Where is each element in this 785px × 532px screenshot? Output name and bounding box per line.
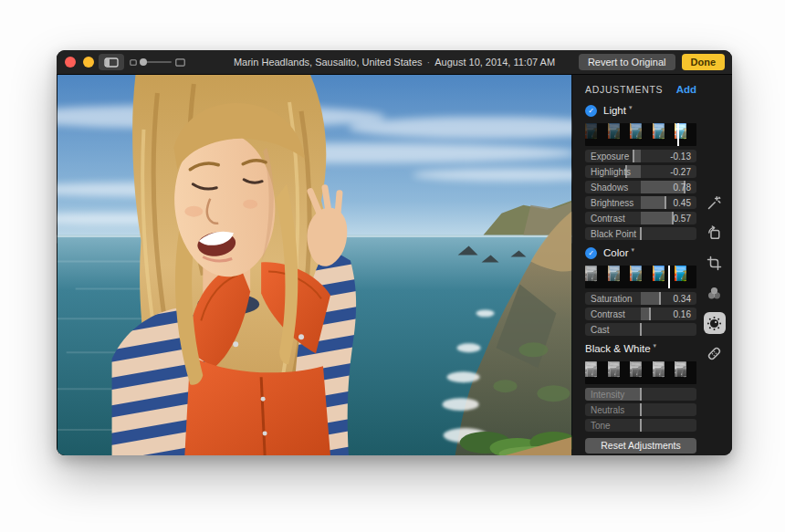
disclosure-caret-icon[interactable]: ▾	[654, 342, 657, 349]
adjust-dial-tool-button[interactable]	[704, 312, 726, 334]
slider-fill	[633, 150, 641, 162]
light-enabled-checkbox[interactable]: ✓	[585, 105, 597, 117]
color-section-header: ✓Color▾	[585, 246, 696, 259]
light-section-header: ✓Light▾	[585, 104, 696, 117]
title-datetime: August 10, 2014, 11:07 AM	[434, 57, 555, 68]
slider-thumb[interactable]	[640, 403, 642, 416]
bw-preview-thumb-1[interactable]	[585, 361, 607, 384]
magic-wand-icon	[706, 195, 722, 211]
slider-fill	[641, 292, 660, 305]
adjust-dial-icon	[706, 316, 722, 331]
color-saturation-slider[interactable]: Saturation0.34	[585, 292, 696, 305]
slider-label: Highlights	[591, 167, 631, 177]
slider-label: Black Point	[591, 229, 636, 239]
slider-thumb[interactable]	[640, 419, 642, 432]
light-preview-strip[interactable]	[585, 123, 696, 146]
slider-thumb[interactable]	[633, 150, 634, 162]
filters-icon	[706, 286, 722, 301]
slider-value: 0.57	[674, 214, 691, 224]
close-window-button[interactable]	[65, 57, 76, 68]
color-cast-slider[interactable]: Cast	[585, 323, 696, 336]
photo-canvas	[57, 75, 572, 455]
bw-preview-thumb-3[interactable]	[630, 361, 652, 384]
crop-tool-button[interactable]	[704, 252, 726, 274]
slider-thumb[interactable]	[640, 323, 642, 336]
light-exposure-slider[interactable]: Exposure-0.13	[585, 150, 696, 162]
slider-value: 0.78	[674, 183, 691, 193]
slider-thumb[interactable]	[640, 227, 642, 240]
minimize-window-button[interactable]	[83, 57, 94, 68]
light-section-title: Light	[603, 105, 626, 116]
done-button[interactable]: Done	[682, 54, 726, 70]
adjustments-header-row: ADJUSTMENTS Add	[585, 84, 696, 95]
zoom-slider-thumb[interactable]	[140, 58, 147, 66]
thumbnail-zoom-control	[130, 55, 185, 69]
add-adjustment-link[interactable]: Add	[676, 84, 696, 95]
titlebar: Marin Headlands, Sausalito, United State…	[57, 50, 732, 75]
reset-adjustments-button[interactable]: Reset Adjustments	[585, 438, 696, 454]
title-separator: ·	[427, 57, 431, 68]
color-preview-thumb-3[interactable]	[630, 266, 652, 288]
slider-thumb[interactable]	[665, 196, 666, 209]
color-section-title: Color	[603, 247, 628, 258]
color-preview-thumb-4[interactable]	[653, 266, 675, 288]
bw-preview-thumb-5[interactable]	[675, 361, 696, 384]
light-black-point-slider[interactable]: Black Point	[585, 227, 696, 240]
adjustments-title: ADJUSTMENTS	[585, 84, 663, 95]
disclosure-caret-icon[interactable]: ▾	[629, 104, 633, 111]
slider-fill	[641, 196, 665, 209]
slider-thumb[interactable]	[659, 292, 661, 305]
retouch-bandaid-tool-button[interactable]	[704, 342, 726, 364]
title-location: Marin Headlands, Sausalito, United State…	[234, 57, 423, 68]
color-preview-thumb-1[interactable]	[585, 266, 607, 288]
bw-preview-thumb-4[interactable]	[653, 361, 675, 384]
light-preview-thumb-2[interactable]	[608, 123, 630, 146]
slider-label: Brightness	[591, 198, 633, 208]
revert-to-original-button[interactable]: Revert to Original	[579, 54, 675, 70]
bw-intensity-slider[interactable]: Intensity	[585, 388, 696, 401]
slider-label: Cast	[591, 325, 610, 335]
color-enabled-checkbox[interactable]: ✓	[585, 247, 597, 259]
light-shadows-slider[interactable]: Shadows0.78	[585, 181, 696, 193]
slider-thumb[interactable]	[649, 308, 651, 320]
light-brightness-slider[interactable]: Brightness0.45	[585, 196, 696, 209]
bw-preview-thumb-2[interactable]	[608, 361, 630, 384]
light-preview-thumb-1[interactable]	[585, 123, 607, 146]
adjustments-panel: ADJUSTMENTS Add ✓Light▾Exposure-0.13High…	[572, 75, 732, 455]
slider-value: -0.13	[670, 151, 691, 162]
light-preview-thumb-4[interactable]	[653, 123, 675, 146]
bw-tone-slider[interactable]: Tone	[585, 419, 696, 432]
slider-label: Tone	[591, 421, 611, 431]
color-strip-position-marker[interactable]	[668, 266, 670, 288]
adjustments-controls: ADJUSTMENTS Add ✓Light▾Exposure-0.13High…	[585, 75, 696, 454]
light-contrast-slider[interactable]: Contrast0.57	[585, 212, 696, 224]
light-strip-position-marker[interactable]	[677, 123, 679, 146]
light-preview-thumb-3[interactable]	[630, 123, 652, 146]
edit-view: ADJUSTMENTS Add ✓Light▾Exposure-0.13High…	[57, 75, 732, 455]
disclosure-caret-icon[interactable]: ▾	[631, 246, 634, 254]
sidebar-toggle-button[interactable]	[99, 54, 124, 70]
bw-neutrals-slider[interactable]: Neutrals	[585, 403, 696, 416]
color-preview-strip[interactable]	[585, 266, 696, 288]
zoom-slider-track[interactable]	[141, 61, 172, 63]
large-thumbnail-icon	[175, 58, 185, 67]
filters-tool-button[interactable]	[704, 282, 726, 304]
slider-label: Saturation	[591, 294, 633, 304]
retouch-bandaid-icon	[706, 346, 722, 361]
photo-image	[57, 75, 572, 455]
rotate-tool-button[interactable]	[704, 222, 726, 244]
color-preview-thumb-5[interactable]	[675, 266, 696, 288]
color-preview-thumb-2[interactable]	[608, 266, 630, 288]
checkmark-icon: ✓	[588, 107, 594, 115]
slider-label: Neutrals	[591, 405, 624, 415]
light-highlights-slider[interactable]: Highlights-0.27	[585, 165, 696, 178]
slider-thumb[interactable]	[640, 388, 642, 401]
magic-wand-tool-button[interactable]	[704, 192, 726, 214]
bw-preview-strip[interactable]	[585, 361, 696, 384]
color-contrast-slider[interactable]: Contrast0.16	[585, 308, 696, 320]
slider-label: Exposure	[591, 151, 629, 162]
crop-icon	[706, 256, 722, 271]
slider-label: Contrast	[591, 214, 625, 224]
slider-label: Intensity	[591, 390, 624, 400]
slider-label: Contrast	[591, 309, 625, 319]
